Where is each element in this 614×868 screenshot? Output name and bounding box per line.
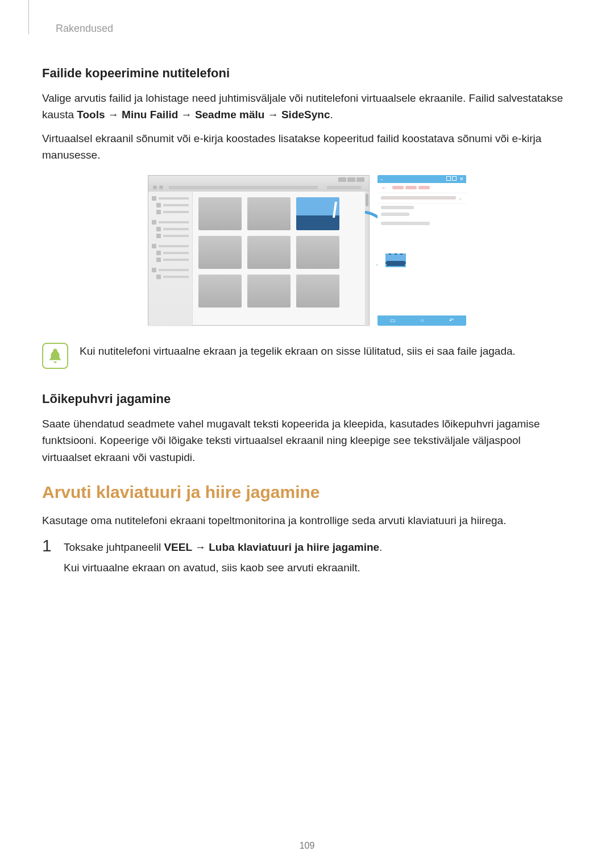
page-number: 109 (0, 841, 614, 851)
close-icon: ✕ (459, 176, 464, 182)
thumbnail (296, 275, 339, 308)
pc-toolbar (148, 184, 369, 192)
para-keyboard-mouse-intro: Kasutage oma nutitelefoni ekraani topelt… (42, 512, 572, 529)
illustration-drag-drop: ⌄ ✕ ← ⌄ ▭ ○ ↶ (148, 175, 466, 326)
thumbnail (296, 236, 339, 269)
phone-dropdown: ⌄ (377, 193, 466, 203)
drop-target (385, 254, 406, 267)
phone-toolbar: ← (377, 183, 466, 193)
recent-apps-icon: ▭ (390, 317, 395, 323)
path-sidesync: SideSync (281, 109, 330, 121)
text: . (379, 541, 382, 553)
thumbnail (247, 275, 291, 308)
path-minu-failid: Minu Failid (122, 109, 178, 121)
heading-clipboard: Lõikepuhvri jagamine (42, 392, 572, 406)
heading-copy-files: Failide kopeerimine nutitelefoni (42, 66, 572, 81)
thumbnail (198, 275, 242, 308)
back-icon: ← (381, 184, 387, 191)
breadcrumb: Rakendused (56, 23, 572, 35)
path-tools: Tools (77, 109, 105, 121)
phone-list (377, 203, 466, 269)
phone-navbar: ▭ ○ ↶ (377, 315, 466, 326)
para-clipboard: Saate ühendatud seadmete vahel mugavalt … (42, 416, 572, 466)
note-bell-icon (42, 343, 68, 369)
back-nav-icon: ↶ (449, 317, 454, 323)
text: . (330, 109, 333, 121)
thumbnail-selected (296, 197, 339, 230)
step-number: 1 (42, 537, 56, 578)
pc-file-browser (148, 175, 370, 326)
note-text: Kui nutitelefoni virtuaalne ekraan ja te… (80, 343, 516, 359)
section-title-keyboard-mouse: Arvuti klaviatuuri ja hiire jagamine (42, 483, 572, 502)
phone-titlebar: ⌄ ✕ (377, 175, 466, 183)
pc-thumbnail-grid (193, 192, 369, 326)
para-copy-files-2: Virtuaalsel ekraanil sõnumit või e-kirja… (42, 130, 572, 164)
chevron-down-icon: ⌄ (380, 176, 384, 181)
pc-titlebar (148, 176, 369, 184)
step-note: Kui virtuaalne ekraan on avatud, siis ka… (64, 558, 382, 578)
text: Toksake juhtpaneelil (64, 541, 164, 553)
thumbnail (198, 197, 242, 230)
path-seadme-malu: Seadme mälu (195, 109, 265, 121)
arrow: → (178, 109, 195, 121)
pc-sidebar (148, 192, 193, 326)
page-content: Rakendused Failide kopeerimine nutitelef… (0, 0, 614, 595)
window-min-icon (446, 176, 451, 181)
step-1: 1 Toksake juhtpaneelil VEEL → Luba klavi… (42, 537, 572, 578)
step-instruction: Toksake juhtpaneelil VEEL → Luba klaviat… (64, 537, 382, 558)
note-callout: Kui nutitelefoni virtuaalne ekraan ja te… (42, 343, 572, 369)
scrollbar (365, 192, 369, 326)
phone-virtual-screen: ⌄ ✕ ← ⌄ ▭ ○ ↶ (377, 175, 466, 326)
arrow: → (264, 109, 281, 121)
arrow: → (192, 541, 209, 553)
page-binding-rule (28, 0, 29, 34)
chevron-down-icon: ⌄ (458, 195, 463, 201)
arrow: → (105, 109, 122, 121)
menu-allow-sharing: Luba klaviatuuri ja hiire jagamine (209, 541, 379, 553)
thumbnail (247, 197, 291, 230)
para-copy-files-1: Valige arvutis failid ja lohistage need … (42, 90, 572, 123)
window-max-icon (452, 176, 457, 181)
thumbnail (247, 236, 291, 269)
home-icon: ○ (420, 317, 424, 323)
menu-veel: VEEL (164, 541, 192, 553)
thumbnail (198, 236, 242, 269)
